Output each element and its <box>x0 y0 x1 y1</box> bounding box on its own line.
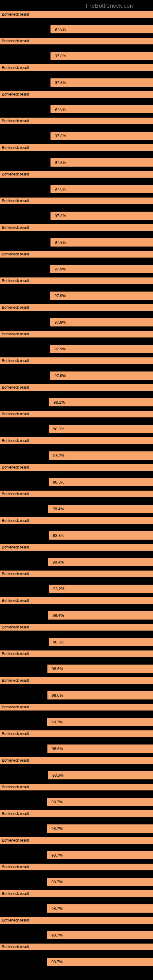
row-spacer <box>0 364 153 371</box>
result-label-bar: Bottleneck result <box>0 943 153 950</box>
result-label-bar: Bottleneck result <box>0 91 153 98</box>
result-row: Bottleneck result98.7% <box>0 837 153 859</box>
result-value: 98.7% <box>51 720 63 724</box>
result-row: Bottleneck result98.7% <box>0 917 153 939</box>
value-segment: 98.3% <box>49 478 153 486</box>
result-value-bar: 98.4% <box>0 505 153 513</box>
result-row: Bottleneck result98.6% <box>0 677 153 700</box>
gap-segment <box>0 185 51 193</box>
result-value-bar: 98.5% <box>0 771 153 780</box>
result-value-bar: 97.8% <box>0 132 153 140</box>
gap-segment <box>0 452 49 460</box>
gap-segment <box>0 345 50 353</box>
row-spacer <box>0 897 153 904</box>
result-value-bar: 97.9% <box>0 345 153 353</box>
value-segment: 97.8% <box>51 212 153 220</box>
result-value: 98.7% <box>51 880 63 884</box>
gap-segment <box>0 425 49 433</box>
result-row: Bottleneck result97.8% <box>0 197 153 220</box>
value-segment: 97.8% <box>51 158 153 167</box>
row-spacer <box>0 817 153 824</box>
result-label: Bottleneck result <box>2 625 29 629</box>
gap-segment <box>0 78 51 87</box>
result-label-bar: Bottleneck result <box>0 651 153 657</box>
result-row: Bottleneck result98.2% <box>0 438 153 460</box>
result-value-bar: 97.8% <box>0 25 153 33</box>
result-value-bar: 97.8% <box>0 158 153 167</box>
result-label-bar: Bottleneck result <box>0 144 153 151</box>
result-label: Bottleneck result <box>2 412 29 416</box>
result-value: 98.1% <box>54 400 65 404</box>
value-segment: 97.8% <box>51 52 153 60</box>
result-value: 98.5% <box>52 773 64 778</box>
result-row: Bottleneck result97.8% <box>0 11 153 33</box>
result-label: Bottleneck result <box>2 305 29 310</box>
result-row: Bottleneck result97.9% <box>0 251 153 273</box>
gap-segment <box>0 824 47 833</box>
gap-segment <box>0 691 48 700</box>
result-label: Bottleneck result <box>2 945 29 949</box>
gap-segment <box>0 318 50 326</box>
result-row: Bottleneck result98.2% <box>0 571 153 593</box>
result-value: 98.6% <box>52 667 63 671</box>
result-value: 98.2% <box>53 453 65 458</box>
row-spacer <box>0 337 153 345</box>
row-spacer <box>0 737 153 745</box>
result-row: Bottleneck result98.3% <box>0 517 153 539</box>
result-value-bar: 98.7% <box>0 878 153 886</box>
value-segment: 98.7% <box>47 904 153 913</box>
gap-segment <box>0 505 48 513</box>
row-spacer <box>0 151 153 158</box>
result-value-bar: 98.4% <box>0 611 153 620</box>
value-segment: 98.7% <box>47 878 153 886</box>
result-label-bar: Bottleneck result <box>0 411 153 417</box>
gap-segment <box>0 745 48 753</box>
result-row: Bottleneck result98.7% <box>0 864 153 886</box>
value-segment: 98.6% <box>48 665 153 673</box>
value-segment: 97.9% <box>50 318 153 326</box>
result-label-bar: Bottleneck result <box>0 438 153 444</box>
row-spacer <box>0 791 153 798</box>
result-value: 97.9% <box>54 320 66 325</box>
result-label: Bottleneck result <box>2 359 29 363</box>
result-label: Bottleneck result <box>2 519 29 523</box>
result-value: 98.3% <box>53 480 64 485</box>
result-value-bar: 98.2% <box>0 452 153 460</box>
result-row: Bottleneck result97.9% <box>0 277 153 300</box>
value-segment: 98.7% <box>47 718 153 726</box>
gap-segment <box>0 25 51 33</box>
value-segment: 98.7% <box>47 798 153 806</box>
gap-segment <box>0 931 47 939</box>
result-value-bar: 98.3% <box>0 638 153 646</box>
value-segment: 97.8% <box>51 105 153 113</box>
result-row: Bottleneck result98.4% <box>0 491 153 513</box>
result-label-bar: Bottleneck result <box>0 38 153 45</box>
result-value: 98.7% <box>51 906 63 911</box>
row-spacer <box>0 577 153 585</box>
result-row: Bottleneck result97.8% <box>0 171 153 193</box>
result-value: 97.9% <box>54 373 66 378</box>
result-label: Bottleneck result <box>2 598 29 603</box>
row-spacer <box>0 524 153 531</box>
result-label: Bottleneck result <box>2 225 29 230</box>
result-row: Bottleneck result98.6% <box>0 651 153 673</box>
value-segment: 98.1% <box>49 398 153 406</box>
result-value: 97.8% <box>55 134 66 138</box>
result-value-bar: 97.8% <box>0 238 153 247</box>
row-spacer <box>0 950 153 958</box>
value-segment: 98.7% <box>47 824 153 833</box>
gap-segment <box>0 371 50 380</box>
row-spacer <box>0 284 153 291</box>
result-value: 98.3% <box>53 426 64 431</box>
result-value-bar: 97.8% <box>0 185 153 193</box>
result-row: Bottleneck result98.7% <box>0 943 153 966</box>
value-segment: 98.4% <box>48 505 153 513</box>
result-row: Bottleneck result97.9% <box>0 357 153 380</box>
result-label-bar: Bottleneck result <box>0 917 153 924</box>
row-spacer <box>0 417 153 425</box>
row-spacer <box>0 764 153 771</box>
result-value: 98.3% <box>53 533 64 538</box>
result-value-bar: 97.8% <box>0 78 153 87</box>
result-value-bar: 98.3% <box>0 478 153 486</box>
gap-segment <box>0 904 47 913</box>
